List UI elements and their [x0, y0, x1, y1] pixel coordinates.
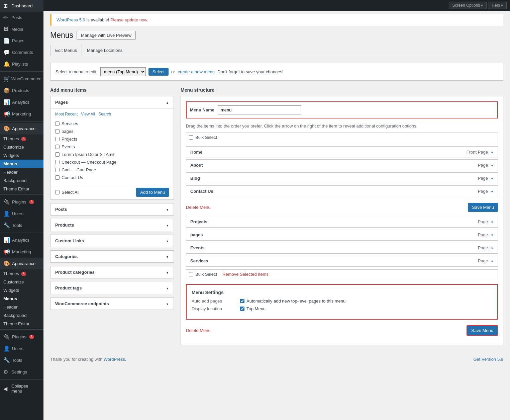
- sidebar-sub-themes[interactable]: Themes 8: [0, 135, 43, 143]
- select-all-label[interactable]: Select All: [62, 190, 79, 195]
- menu-item-home-chevron-icon[interactable]: [491, 150, 494, 155]
- sidebar-item-media[interactable]: 🖼 Media: [0, 23, 43, 35]
- sidebar-item-appearance2[interactable]: 🎨 Appearance: [0, 258, 43, 269]
- sidebar-item-marketing2[interactable]: 📢 Marketing: [0, 246, 43, 258]
- page-label-services[interactable]: Services: [62, 121, 78, 126]
- add-to-menu-button[interactable]: Add to Menu: [136, 188, 169, 197]
- pages-tab-most-recent[interactable]: Most Recent: [55, 112, 78, 116]
- tab-manage-locations[interactable]: Manage Locations: [82, 45, 127, 56]
- help-button[interactable]: Help ▾: [488, 2, 507, 9]
- menu-item-about[interactable]: About Page: [186, 159, 498, 171]
- page-label-lorem[interactable]: Lorem Ipsum Dolor Sit Amit: [62, 152, 114, 157]
- sidebar-sub-menus[interactable]: Menus: [0, 160, 43, 168]
- page-checkbox-projects[interactable]: [55, 137, 60, 141]
- sidebar-sub-widgets[interactable]: Widgets: [0, 151, 43, 160]
- sidebar-sub2-theme-editor[interactable]: Theme Editor: [0, 320, 43, 328]
- sidebar-sub2-background[interactable]: Background: [0, 311, 43, 320]
- bulk-select-checkbox-top[interactable]: [189, 135, 193, 140]
- sidebar-sub2-customize[interactable]: Customize: [0, 278, 43, 286]
- menu-name-input[interactable]: [218, 105, 301, 114]
- menu-item-about-chevron-icon[interactable]: [491, 163, 494, 168]
- menu-select[interactable]: menu (Top Menu): [100, 67, 146, 76]
- menu-item-services-chevron-icon[interactable]: [491, 258, 494, 263]
- sidebar-item-marketing[interactable]: 📢 Marketing: [0, 108, 43, 120]
- wordpress-version-link[interactable]: WordPress 5.9: [57, 17, 85, 22]
- menu-item-home[interactable]: Home Front Page: [186, 146, 498, 158]
- sidebar-item-pages[interactable]: 📄 Pages: [0, 35, 43, 47]
- sidebar-item-users[interactable]: 👤 Users: [0, 208, 43, 220]
- menu-item-events-chevron-icon[interactable]: [491, 245, 494, 250]
- delete-menu-link-bottom[interactable]: Delete Menu: [186, 328, 211, 333]
- sidebar-item-plugins2[interactable]: 🔌 Plugins 3: [0, 331, 43, 343]
- page-label-pages[interactable]: pages: [62, 129, 73, 134]
- manage-live-preview-button[interactable]: Manage with Live Preview: [77, 31, 136, 40]
- sidebar-item-appearance[interactable]: 🎨 Appearance: [0, 123, 43, 135]
- pages-tab-search[interactable]: Search: [98, 112, 111, 116]
- menu-item-projects[interactable]: Projects Page: [186, 216, 498, 228]
- page-checkbox-checkout[interactable]: [55, 160, 60, 164]
- get-version-link[interactable]: Get Version 5.9: [473, 357, 503, 362]
- menu-item-pages-chevron-icon[interactable]: [491, 232, 494, 237]
- page-label-cart[interactable]: Cart — Cart Page: [62, 167, 96, 172]
- bulk-select-checkbox-bottom[interactable]: [189, 272, 193, 276]
- select-all-checkbox[interactable]: [55, 190, 60, 194]
- sidebar-sub-theme-editor[interactable]: Theme Editor: [0, 185, 43, 193]
- tab-edit-menus[interactable]: Edit Menus: [50, 45, 82, 56]
- page-checkbox-cart[interactable]: [55, 168, 60, 172]
- panel-product-tags-header[interactable]: Product tags: [50, 282, 174, 294]
- sidebar-item-settings[interactable]: ⚙ Settings: [0, 366, 43, 378]
- update-link[interactable]: Please update now.: [110, 17, 148, 22]
- sidebar-sub-customize[interactable]: Customize: [0, 143, 43, 151]
- sidebar-item-posts[interactable]: ✏ Posts: [0, 12, 43, 23]
- create-menu-link[interactable]: create a new menu: [178, 69, 215, 74]
- screen-options-button[interactable]: Screen Options ▾: [449, 2, 487, 9]
- sidebar-sub-background[interactable]: Background: [0, 176, 43, 185]
- pages-tab-view-all[interactable]: View All: [81, 112, 95, 116]
- sidebar-item-collapse[interactable]: ◀ Collapse menu: [0, 381, 43, 396]
- menu-item-pages-item[interactable]: pages Page: [186, 229, 498, 241]
- panel-products-header[interactable]: Products: [50, 219, 174, 231]
- menu-item-events[interactable]: Events Page: [186, 242, 498, 254]
- page-label-projects[interactable]: Projects: [62, 137, 77, 142]
- sidebar-item-analytics2[interactable]: 📊 Analytics: [0, 234, 43, 246]
- panel-custom-links-header[interactable]: Custom Links: [50, 235, 174, 247]
- menu-item-contact-chevron-icon[interactable]: [491, 189, 494, 194]
- menu-item-blog-chevron-icon[interactable]: [491, 176, 494, 181]
- menu-item-contact-us[interactable]: Contact Us Page: [186, 185, 498, 197]
- sidebar-item-products[interactable]: 📦 Products: [0, 85, 43, 96]
- sidebar-item-comments[interactable]: 💬 Comments: [0, 47, 43, 58]
- sidebar-sub2-menus[interactable]: Menus: [0, 295, 43, 303]
- sidebar-item-tools2[interactable]: 🔧 Tools: [0, 354, 43, 366]
- page-checkbox-pages[interactable]: [55, 129, 60, 134]
- sidebar-item-dashboard[interactable]: ⊞ Dashboard: [0, 0, 43, 12]
- remove-selected-items-link[interactable]: Remove Selected Items: [222, 272, 269, 277]
- sidebar-item-woocommerce[interactable]: 🛒 WooCommerce: [0, 73, 43, 85]
- page-label-checkout[interactable]: Checkout — Checkout Page: [62, 160, 116, 165]
- auto-add-pages-checkbox[interactable]: [240, 299, 244, 303]
- sidebar-item-plugins[interactable]: 🔌 Plugins 3: [0, 196, 43, 208]
- sidebar-sub-header[interactable]: Header: [0, 168, 43, 176]
- page-checkbox-contact[interactable]: [55, 175, 60, 180]
- sidebar-sub2-header[interactable]: Header: [0, 303, 43, 311]
- page-checkbox-lorem[interactable]: [55, 152, 60, 157]
- menu-item-services[interactable]: Services Page: [186, 255, 498, 267]
- save-menu-button-top[interactable]: Save Menu: [468, 203, 498, 212]
- delete-menu-link-top[interactable]: Delete Menu: [186, 205, 211, 210]
- sidebar-item-playlists[interactable]: 🔔 Playlists: [0, 58, 43, 70]
- sidebar-sub2-widgets[interactable]: Widgets: [0, 286, 43, 295]
- menu-item-blog[interactable]: Blog Page: [186, 172, 498, 184]
- sidebar-item-users2[interactable]: 👤 Users: [0, 343, 43, 354]
- page-checkbox-events[interactable]: [55, 145, 60, 149]
- sidebar-item-tools[interactable]: 🔧 Tools: [0, 220, 43, 231]
- select-menu-button[interactable]: Select: [148, 68, 169, 76]
- panel-woocommerce-endpoints-header[interactable]: WooCommerce endpoints: [50, 298, 174, 310]
- panel-pages-header[interactable]: Pages: [50, 96, 174, 108]
- sidebar-sub2-themes[interactable]: Themes 8: [0, 269, 43, 278]
- display-location-checkbox[interactable]: [240, 307, 244, 311]
- footer-wordpress-link[interactable]: WordPress: [104, 357, 125, 362]
- page-label-events[interactable]: Events: [62, 144, 75, 149]
- panel-product-categories-header[interactable]: Product categories: [50, 266, 174, 278]
- page-checkbox-services[interactable]: [55, 121, 60, 126]
- page-label-contact[interactable]: Contact Us: [62, 175, 83, 180]
- sidebar-item-analytics[interactable]: 📊 Analytics: [0, 96, 43, 108]
